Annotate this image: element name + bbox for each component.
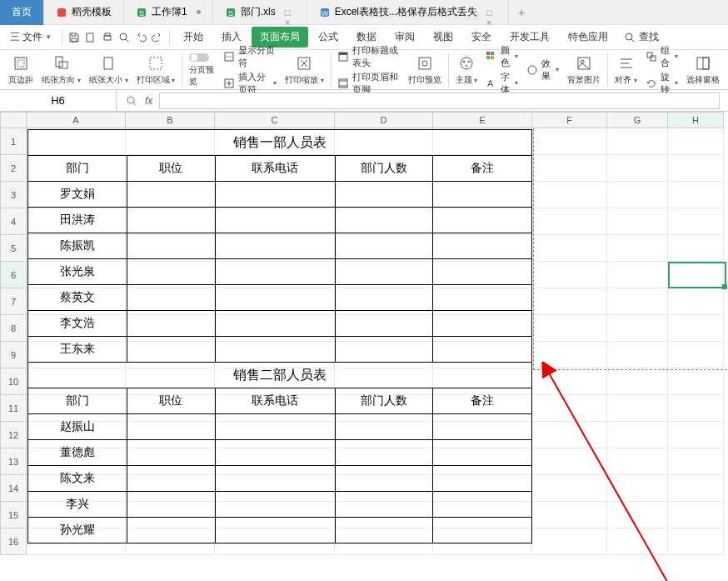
cell[interactable] xyxy=(216,259,336,285)
tab-dept[interactable]: S 部门.xls □ × xyxy=(213,0,307,25)
grid-cell[interactable] xyxy=(532,528,607,555)
row-header-12[interactable]: 12 xyxy=(0,422,27,448)
grid-cell[interactable] xyxy=(532,315,607,342)
preview-icon[interactable] xyxy=(117,31,131,44)
grid-cell[interactable] xyxy=(607,235,668,262)
grid-cell[interactable] xyxy=(607,528,668,555)
cell[interactable] xyxy=(335,208,433,233)
cell[interactable] xyxy=(216,233,336,259)
menu-view[interactable]: 视图 xyxy=(425,27,461,48)
cell[interactable] xyxy=(335,182,433,208)
grid-cell[interactable] xyxy=(532,448,607,475)
grid-cell[interactable] xyxy=(668,262,724,288)
grid-cell[interactable] xyxy=(668,475,724,502)
tab-workbook1[interactable]: S 工作簿1 xyxy=(124,0,213,25)
search-icon[interactable] xyxy=(125,94,138,108)
grid-cell[interactable] xyxy=(532,262,607,288)
cell[interactable] xyxy=(335,233,433,259)
effects-button[interactable]: 效果 ▾ xyxy=(526,58,559,83)
grid-cell[interactable] xyxy=(607,502,668,528)
row-header-16[interactable]: 16 xyxy=(0,528,27,555)
col-header-B[interactable]: B xyxy=(126,112,215,128)
cell[interactable] xyxy=(216,492,336,518)
new-tab-button[interactable]: + xyxy=(509,6,534,19)
select-all-corner[interactable] xyxy=(0,112,27,128)
grid-cell[interactable] xyxy=(668,235,724,262)
group-button[interactable]: 组合 ▾ xyxy=(646,44,678,69)
grid-cell[interactable] xyxy=(607,395,668,422)
grid-cell[interactable] xyxy=(532,368,607,395)
cell[interactable] xyxy=(216,182,336,208)
th-note[interactable]: 备注 xyxy=(433,156,532,182)
cell[interactable] xyxy=(216,414,336,440)
cell[interactable] xyxy=(335,285,433,311)
cell[interactable] xyxy=(335,518,433,543)
cell[interactable] xyxy=(216,208,336,233)
row-header-1[interactable]: 1 xyxy=(0,128,27,155)
grid-cell[interactable] xyxy=(668,395,724,422)
redo-icon[interactable] xyxy=(151,31,164,44)
grid-cell[interactable] xyxy=(532,395,607,422)
th-phone[interactable]: 联系电话 xyxy=(216,388,336,414)
grid-cell[interactable] xyxy=(532,235,607,262)
size-button[interactable]: 纸张大小 ▾ xyxy=(86,53,132,88)
grid-cell[interactable] xyxy=(607,288,668,315)
cell[interactable]: 蔡英文 xyxy=(28,285,127,311)
grid-cell[interactable] xyxy=(607,262,668,288)
col-header-E[interactable]: E xyxy=(433,112,532,128)
cell[interactable] xyxy=(216,440,336,466)
cell[interactable] xyxy=(335,466,433,492)
cell[interactable] xyxy=(335,311,433,337)
cell[interactable] xyxy=(127,311,216,337)
cell[interactable] xyxy=(216,466,336,492)
row-header-13[interactable]: 13 xyxy=(0,448,27,475)
cell[interactable] xyxy=(335,259,433,285)
cell[interactable]: 孙光耀 xyxy=(28,518,127,543)
name-box[interactable]: H6 xyxy=(0,90,117,111)
grid-cell[interactable] xyxy=(532,155,607,182)
row-header-8[interactable]: 8 xyxy=(0,315,27,342)
cell[interactable] xyxy=(216,518,336,543)
cell[interactable] xyxy=(127,466,216,492)
th-count[interactable]: 部门人数 xyxy=(335,156,433,182)
cell[interactable] xyxy=(433,440,532,466)
row-header-7[interactable]: 7 xyxy=(0,288,27,315)
th-dept[interactable]: 部门 xyxy=(28,388,127,414)
cell[interactable] xyxy=(335,440,433,466)
grid-cell[interactable] xyxy=(532,502,607,528)
cell[interactable]: 李文浩 xyxy=(28,311,127,337)
cell[interactable]: 赵振山 xyxy=(28,414,127,440)
cell[interactable] xyxy=(127,337,216,363)
grid-cell[interactable] xyxy=(668,422,724,448)
row-header-6[interactable]: 6 xyxy=(0,262,27,288)
grid-cell[interactable] xyxy=(668,182,724,208)
grid-cell[interactable] xyxy=(532,342,607,368)
grid-cell[interactable] xyxy=(532,128,607,155)
grid-cell[interactable] xyxy=(532,422,607,448)
row-header-2[interactable]: 2 xyxy=(0,155,27,182)
print-scaling-button[interactable]: 打印缩放 ▾ xyxy=(282,53,327,88)
grid-cell[interactable] xyxy=(607,315,668,342)
cell[interactable] xyxy=(433,208,532,233)
undo-icon[interactable] xyxy=(134,31,147,44)
menu-start[interactable]: 开始 xyxy=(175,27,212,48)
grid-cell[interactable] xyxy=(607,448,668,475)
row-header-11[interactable]: 11 xyxy=(0,395,27,422)
grid-cell[interactable] xyxy=(668,288,724,315)
row-header-5[interactable]: 5 xyxy=(0,235,27,262)
cell[interactable] xyxy=(127,285,216,311)
grid-cell[interactable] xyxy=(607,182,668,208)
th-note[interactable]: 备注 xyxy=(433,388,532,414)
menu-special[interactable]: 特色应用 xyxy=(560,27,616,48)
cell[interactable] xyxy=(335,414,433,440)
cell[interactable] xyxy=(127,208,216,233)
cell[interactable] xyxy=(433,259,532,285)
cell[interactable] xyxy=(433,337,532,363)
grid-cell[interactable] xyxy=(668,155,724,182)
cell[interactable]: 陈振凯 xyxy=(28,233,127,259)
grid-cell[interactable] xyxy=(668,368,724,395)
grid-cell[interactable] xyxy=(607,368,668,395)
selection-pane-button[interactable]: 选择窗格 xyxy=(683,53,723,88)
colors-button[interactable]: 颜色 ▾ xyxy=(486,44,518,69)
row-header-10[interactable]: 10 xyxy=(0,368,27,395)
